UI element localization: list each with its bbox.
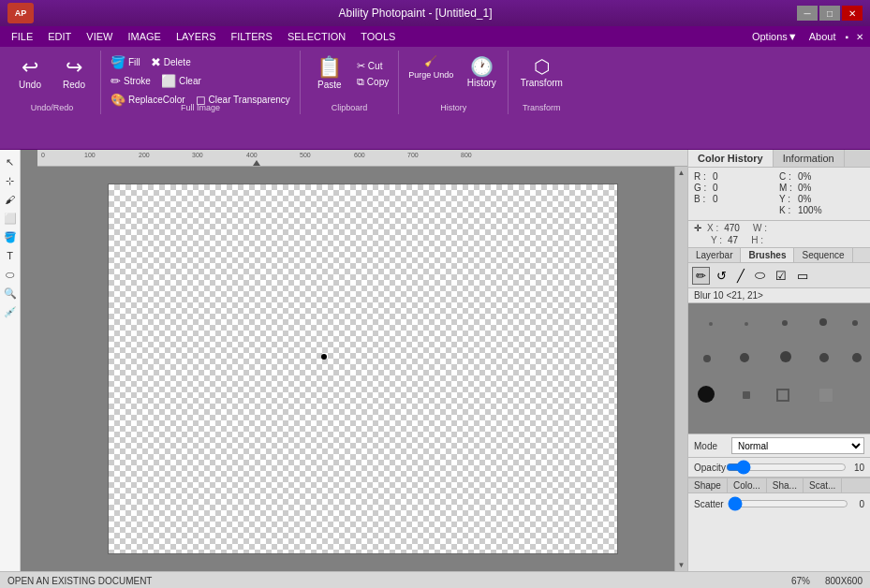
redo-button[interactable]: ↪ Redo xyxy=(53,54,95,93)
canvas[interactable] xyxy=(108,184,618,554)
eraser-tool[interactable]: ⬜ xyxy=(2,210,19,227)
arc-tool[interactable]: ↺ xyxy=(713,267,730,285)
mode-select[interactable]: Normal xyxy=(731,437,864,454)
left-toolbar: ↖ ⊹ 🖌 ⬜ 🪣 T ⬭ 🔍 💉 xyxy=(0,150,21,571)
about-menu[interactable]: About xyxy=(804,30,841,43)
menu-layers[interactable]: LAYERS xyxy=(169,29,224,44)
r-value: 0 xyxy=(713,171,731,182)
pencil-tool[interactable]: ✏ xyxy=(692,267,710,285)
y-coord-value: 47 xyxy=(728,235,738,245)
transform-icon: ⬡ xyxy=(534,57,550,76)
panel-close-icon[interactable]: ✕ xyxy=(853,31,866,43)
minimize-button[interactable]: ─ xyxy=(797,6,818,21)
scatter-tab[interactable]: Scat... xyxy=(804,478,842,492)
copy-button[interactable]: ⧉ Copy xyxy=(353,75,392,89)
eyedropper-tool[interactable]: 💉 xyxy=(2,303,19,320)
line-tool[interactable]: ╱ xyxy=(733,267,748,285)
bottom-panel-tabs: Shape Colo... Sha... Scat... xyxy=(688,478,870,493)
y-cmyk-value: 0% xyxy=(798,194,824,204)
purge-icon: 🧹 xyxy=(424,55,437,67)
menu-edit[interactable]: EDIT xyxy=(40,29,79,44)
sha-tab[interactable]: Sha... xyxy=(767,478,804,492)
opacity-value: 10 xyxy=(847,463,864,473)
ruler-horizontal: 0 100 200 300 400 500 600 700 800 xyxy=(37,150,687,167)
zoom-tool[interactable]: 🔍 xyxy=(2,285,19,301)
ribbon: ↩ Undo ↪ Redo Undo/Redo 🪣 Fill xyxy=(0,47,870,150)
purge-undo-button[interactable]: 🧹 Purge Undo xyxy=(405,54,457,91)
panel-resize-icon[interactable]: ▪ xyxy=(842,31,851,43)
color-history-tab[interactable]: Color History xyxy=(688,150,774,167)
scroll-down-icon[interactable]: ▼ xyxy=(678,561,686,569)
shape-tool[interactable]: ⬭ xyxy=(2,266,19,283)
scatter-value: 0 xyxy=(848,499,864,509)
close-button[interactable]: ✕ xyxy=(842,6,863,21)
rect-tool[interactable]: ▭ xyxy=(793,267,812,285)
color-info-panel: R : 0 C : 0% G : 0 M : 0% xyxy=(688,168,870,221)
canvas-container: 0 100 200 300 400 500 600 700 800 0 1 0 … xyxy=(21,150,687,571)
b-label: B : xyxy=(694,194,707,204)
paste-icon: 📋 xyxy=(317,57,342,78)
brush-canvas xyxy=(688,303,870,434)
delete-icon: ✖ xyxy=(151,55,161,69)
options-menu[interactable]: Options▼ xyxy=(747,30,803,43)
checkerboard xyxy=(108,184,618,554)
status-message: OPEN AN EXISTING DOCUMENT xyxy=(7,576,152,586)
crop-tool[interactable]: ⊹ xyxy=(2,172,19,189)
b-value: 0 xyxy=(713,194,731,204)
menu-image[interactable]: IMAGE xyxy=(120,29,168,44)
brush-info: Blur 10 <21, 21> xyxy=(688,288,870,303)
layerbar-tab[interactable]: Layerbar xyxy=(688,248,741,262)
sequence-tab[interactable]: Sequence xyxy=(794,248,852,262)
c-label: C : xyxy=(779,171,792,182)
shape-tab[interactable]: Shape xyxy=(688,478,728,492)
undo-button[interactable]: ↩ Undo xyxy=(9,54,51,93)
clipboard-group: 📋 Paste ✂ Cut ⧉ Copy Cli xyxy=(301,51,399,114)
window-controls: ─ □ ✕ xyxy=(797,6,863,21)
cut-button[interactable]: ✂ Cut xyxy=(353,59,392,73)
scatter-slider[interactable] xyxy=(728,496,848,511)
delete-button[interactable]: ✖ Delete xyxy=(147,54,195,70)
pointer-tool[interactable]: ↖ xyxy=(2,154,19,170)
redo-icon: ↪ xyxy=(66,57,82,78)
crosshair-icon: ✛ xyxy=(694,223,701,233)
scroll-up-icon[interactable]: ▲ xyxy=(678,169,686,177)
window-title: Ability Photopaint - [Untitled_1] xyxy=(338,7,492,20)
g-label: G : xyxy=(694,183,707,193)
check-tool[interactable]: ☑ xyxy=(772,267,790,285)
coord-info-panel: ✛ X : 470 W : Y : 47 H : xyxy=(688,221,870,248)
history-button[interactable]: 🕐 History xyxy=(461,54,502,91)
undoredo-group: ↩ Undo ↪ Redo Undo/Redo xyxy=(4,51,101,114)
menu-selection[interactable]: SELECTION xyxy=(280,29,353,44)
ellipse-tool[interactable]: ⬭ xyxy=(751,266,769,285)
information-tab[interactable]: Information xyxy=(774,150,845,167)
color-tab[interactable]: Colo... xyxy=(728,478,767,492)
brush-tabs: Layerbar Brushes Sequence xyxy=(688,248,870,263)
transform-button[interactable]: ⬡ Transform xyxy=(514,54,568,91)
menu-file[interactable]: FILE xyxy=(4,29,40,44)
opacity-slider[interactable] xyxy=(726,461,847,474)
mode-label: Mode xyxy=(694,441,731,451)
y-cmyk-label: Y : xyxy=(779,194,792,204)
menu-tools[interactable]: TOOLS xyxy=(353,29,403,44)
fullimage-group: 🪣 Fill ✖ Delete ✏ Stroke ⬜ Clea xyxy=(101,51,301,114)
menu-filters[interactable]: FILTERS xyxy=(223,29,279,44)
menu-view[interactable]: VIEW xyxy=(79,29,120,44)
m-label: M : xyxy=(779,183,792,193)
vertical-scrollbar[interactable]: ▲ ▼ xyxy=(674,167,687,571)
clear-button[interactable]: ⬜ Clear xyxy=(157,73,205,89)
fill-tool[interactable]: 🪣 xyxy=(2,228,19,245)
paste-button[interactable]: 📋 Paste xyxy=(306,54,353,93)
mode-row: Mode Normal xyxy=(688,434,870,458)
copy-icon: ⧉ xyxy=(357,76,364,88)
opacity-row: Opacity 10 xyxy=(688,458,870,478)
fill-button[interactable]: 🪣 Fill xyxy=(107,54,144,70)
text-tool[interactable]: T xyxy=(2,247,19,264)
stroke-button[interactable]: ✏ Stroke xyxy=(107,73,155,89)
brush-tools-bar: ✏ ↺ ╱ ⬭ ☑ ▭ xyxy=(688,263,870,288)
brush-tool[interactable]: 🖌 xyxy=(2,191,19,208)
maximize-button[interactable]: □ xyxy=(819,6,840,21)
brushes-tab[interactable]: Brushes xyxy=(741,248,794,262)
panel-top-tabs: Color History Information xyxy=(688,150,870,168)
k-value: 100% xyxy=(798,205,824,215)
transform-group: ⬡ Transform Transform xyxy=(509,51,574,114)
